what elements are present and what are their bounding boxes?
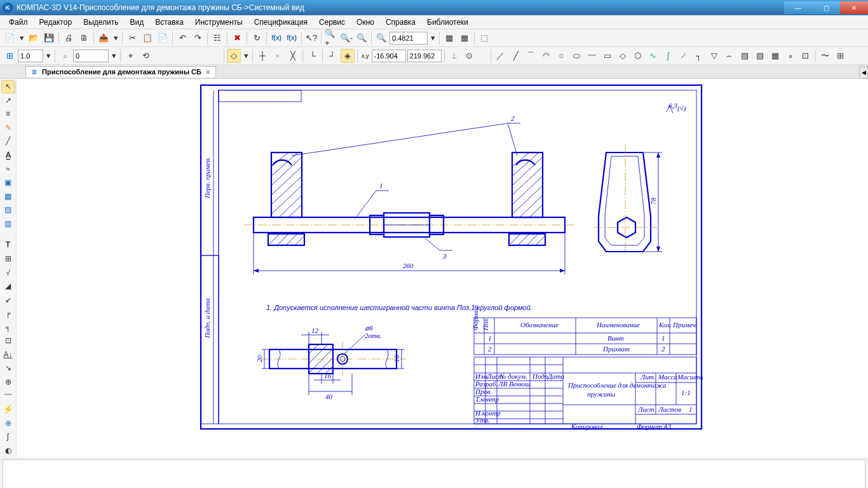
geom-text[interactable]: 〜 [818, 49, 832, 63]
snap5[interactable]: ┘ [325, 49, 339, 63]
angle-input[interactable] [73, 50, 109, 62]
snap4[interactable]: └ [306, 49, 320, 63]
zoom-in-button[interactable]: 🔍+ [324, 31, 338, 45]
side-selsim[interactable]: ≈ [1, 162, 15, 175]
side-autoax[interactable]: ⚡ [1, 403, 15, 416]
geom-line[interactable]: ／ [494, 49, 508, 63]
side-text[interactable]: A̲ [1, 149, 15, 162]
geom-eq[interactable]: ⟋ [677, 49, 691, 63]
side-pos[interactable]: ╕ [1, 320, 15, 334]
cut-button[interactable]: ✂ [125, 31, 139, 45]
new-button[interactable]: 📄 [3, 31, 17, 45]
geom-region[interactable]: ▧ [753, 49, 767, 63]
geom-spline[interactable]: 〰 [585, 49, 599, 63]
coord-x-input[interactable] [372, 50, 406, 62]
geom-poly[interactable]: ⬡ [631, 49, 645, 63]
side-tol[interactable]: ⊡ [1, 334, 15, 348]
snap2[interactable]: ◦ [271, 49, 285, 63]
properties-button[interactable]: ☷ [210, 31, 224, 45]
close-button[interactable]: ✕ [840, 1, 868, 14]
print-preview-button[interactable]: 🗎 [77, 31, 91, 45]
side-last[interactable]: ◐ [1, 444, 15, 457]
open-button[interactable]: 📂 [27, 31, 41, 45]
snap3[interactable]: ╳ [286, 49, 300, 63]
help-cursor-button[interactable]: ↖? [304, 31, 318, 45]
side-geom[interactable]: ↖ [1, 80, 15, 93]
zoom-window-button[interactable]: 🔍 [355, 31, 369, 45]
snap1[interactable]: ┼ [255, 49, 269, 63]
print-button[interactable]: 🖨 [62, 31, 76, 45]
menu-edit[interactable]: Редактор [34, 17, 78, 28]
side-wave[interactable]: 〰 [1, 389, 15, 402]
geom-extra[interactable]: ⊞ [834, 49, 848, 63]
osnap-b[interactable]: ⊙ [463, 49, 477, 63]
side-ruler[interactable]: ╱ [1, 135, 15, 148]
side-table[interactable]: ⊞ [1, 252, 15, 266]
grid-button[interactable]: ▦ [442, 31, 456, 45]
osnap-a[interactable]: ⟂ [447, 49, 461, 63]
geom-final[interactable]: ⊡ [799, 49, 813, 63]
angle-dropdown[interactable]: ▾ [110, 49, 118, 63]
export-button[interactable]: 📤 [97, 31, 111, 45]
side-rough[interactable]: √ [1, 266, 15, 279]
right-flyout-handle[interactable]: ◀ [859, 66, 868, 79]
geom-hatch[interactable]: ▨ [738, 49, 752, 63]
menu-tools[interactable]: Инструменты [190, 17, 248, 28]
side-center[interactable]: ⊕ [1, 376, 15, 389]
menu-select[interactable]: Выделить [78, 17, 123, 28]
side-arrow[interactable]: ↘ [1, 362, 15, 375]
menu-insert[interactable]: Вставка [150, 17, 189, 28]
step-input[interactable] [18, 50, 43, 62]
snap-button[interactable]: ⊞ [3, 49, 17, 63]
menu-service[interactable]: Сервис [314, 17, 350, 28]
undo-button[interactable]: ↶ [175, 31, 189, 45]
geom-rect[interactable]: ▭ [600, 49, 614, 63]
side-block2[interactable]: ▦ [1, 189, 15, 203]
snap6[interactable]: ◈ [341, 49, 355, 63]
minimize-button[interactable]: — [784, 1, 812, 14]
geom-ellipse[interactable]: ⬭ [570, 49, 584, 63]
stop-button[interactable]: ✖ [230, 31, 244, 45]
side-leader[interactable]: ↙ [1, 293, 15, 306]
zoom-value-input[interactable] [390, 32, 428, 44]
geom-hline[interactable]: ╱ [509, 49, 523, 63]
copy-button[interactable]: 📋 [140, 31, 154, 45]
side-block[interactable]: ▣ [1, 176, 15, 189]
var-button[interactable]: f(x) [269, 31, 283, 45]
zoom-dropdown[interactable]: ▾ [429, 31, 437, 45]
menu-spec[interactable]: Спецификация [249, 17, 313, 28]
export-dropdown[interactable]: ▾ [112, 31, 119, 45]
geom-fillet[interactable]: ⌢ [722, 49, 736, 63]
geom-arc2[interactable]: ◠ [539, 49, 553, 63]
grid2-button[interactable]: ▦ [458, 31, 471, 45]
geom-point[interactable]: ∘ [783, 49, 797, 63]
geom-shade[interactable]: ▦ [768, 49, 782, 63]
layer-button[interactable]: ⬚ [477, 31, 491, 45]
menu-libs[interactable]: Библиотеки [422, 17, 473, 28]
geom-break[interactable]: ┐ [692, 49, 706, 63]
doc-tab-close-icon[interactable]: ✕ [205, 69, 210, 76]
side-sym[interactable]: ≡ [1, 107, 15, 121]
redo-button[interactable]: ↷ [191, 31, 205, 45]
side-text2[interactable]: T [1, 238, 15, 252]
menu-view[interactable]: Вид [125, 17, 149, 28]
menu-file[interactable]: Файл [4, 17, 33, 28]
ortho-button[interactable]: ◇ [227, 49, 241, 63]
geom-rectd[interactable]: ◇ [616, 49, 630, 63]
side-report[interactable]: ▤ [1, 203, 15, 217]
side-base[interactable]: ◢ [1, 280, 15, 293]
side-spec[interactable]: ▥ [1, 217, 15, 230]
drawing-canvas[interactable]: Перв. примен. Подп. и дата 6,3 (√) [17, 79, 868, 457]
geom-chamfer[interactable]: ▽ [707, 49, 721, 63]
ucs-button[interactable]: ⌖ [123, 49, 137, 63]
paste-button[interactable]: 📄 [156, 31, 170, 45]
save-button[interactable]: 💾 [42, 31, 56, 45]
side-edit[interactable]: ✎ [1, 121, 15, 135]
geom-circle[interactable]: ○ [555, 49, 569, 63]
step-dropdown[interactable]: ▾ [44, 49, 52, 63]
refresh-button[interactable]: ↻ [250, 31, 264, 45]
zoom-fit-button[interactable]: 🔍 [374, 31, 388, 45]
menu-window[interactable]: Окно [351, 17, 379, 28]
side-dim[interactable]: ↗ [1, 94, 15, 107]
maximize-button[interactable]: ▢ [812, 1, 840, 14]
